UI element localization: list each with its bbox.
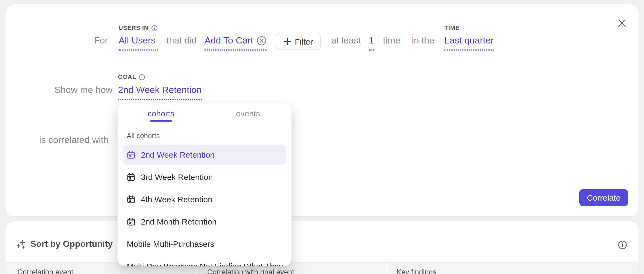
column-header-cell: Key findings	[387, 263, 639, 274]
section-label-all-cohorts: All cohorts	[127, 132, 160, 140]
users-selector[interactable]: All Users	[119, 35, 158, 51]
sentence-at-least: at least	[331, 35, 361, 46]
list-item[interactable]: Multi-Day Browsers Not Finding What They	[117, 255, 292, 266]
sentence-show-me-how: Show me how	[54, 85, 113, 96]
info-icon[interactable]	[139, 74, 145, 80]
info-icon[interactable]	[618, 240, 627, 250]
cohort-list: 2nd Week Retention 3rd Week Retention	[117, 144, 292, 266]
goal-selector[interactable]: 2nd Week Retention	[118, 85, 202, 100]
count-input[interactable]: 1	[369, 35, 374, 51]
sort-label: Sort by Opportunity	[30, 239, 113, 249]
cohort-picker-dropdown: cohorts events All cohorts 2nd Week R	[117, 103, 292, 266]
active-tab-indicator	[150, 120, 172, 122]
correlate-screen: For USERS IN All Users that did Add To C…	[0, 0, 644, 274]
sort-sparkle-icon	[16, 239, 26, 249]
sentence-time: time	[383, 35, 400, 46]
list-item[interactable]: 4th Week Retention	[117, 188, 292, 210]
plus-icon	[284, 38, 291, 45]
time-label: TIME	[444, 24, 494, 32]
time-range-selector[interactable]: Last quarter	[444, 35, 494, 51]
calendar-icon	[127, 173, 135, 181]
tab-events[interactable]: events	[205, 103, 292, 123]
close-icon[interactable]	[617, 18, 627, 28]
list-item[interactable]: Mobile Multi-Purchasers	[117, 233, 292, 255]
calendar-icon	[127, 150, 135, 159]
dropdown-tabs: cohorts events	[117, 103, 292, 123]
column-header-correlation-with-goal: Correlation with goal event	[207, 268, 294, 274]
calendar-icon	[127, 195, 135, 204]
event-selector[interactable]: Add To Cart	[205, 35, 267, 51]
results-card: Sort by Opportunity Correlation event Co…	[5, 221, 639, 274]
results-header-band: Correlation event Correlation with goal …	[5, 263, 639, 274]
add-filter-button[interactable]: Filter	[276, 33, 321, 50]
sentence-in-the: in the	[412, 35, 434, 46]
calendar-icon	[127, 217, 135, 226]
correlate-button[interactable]: Correlate	[579, 189, 628, 206]
sentence-for: For	[94, 35, 108, 46]
column-header-correlation-event: Correlation event	[17, 268, 73, 274]
list-item[interactable]: 2nd Week Retention	[117, 144, 292, 166]
list-item[interactable]: 3rd Week Retention	[117, 166, 292, 188]
list-item[interactable]: 2nd Month Retention	[117, 210, 292, 233]
sentence-that-did: that did	[166, 35, 197, 46]
goal-label: GOAL	[118, 73, 202, 80]
users-in-label: USERS IN	[119, 24, 158, 32]
column-header-key-findings: Key findings	[397, 268, 436, 274]
info-icon[interactable]	[151, 25, 158, 31]
x-circle-icon[interactable]	[257, 36, 267, 46]
sentence-is-correlated-with: is correlated with	[39, 135, 109, 146]
sort-by-opportunity-control[interactable]: Sort by Opportunity	[16, 239, 113, 249]
